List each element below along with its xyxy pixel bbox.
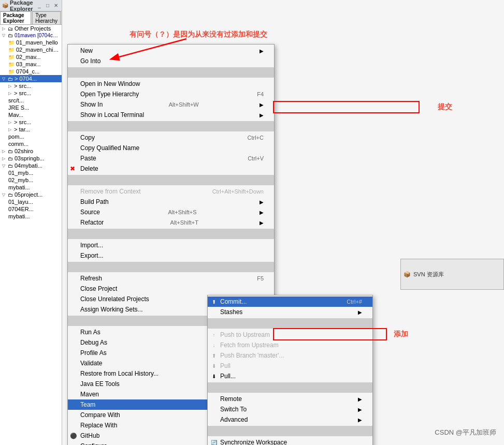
project05-icon: 🗀	[8, 192, 13, 198]
tree-item-01maven[interactable]: ▽ 🗀 01maven [0704carrent NO-HEAD]	[0, 32, 62, 39]
arrow-remote: ▶	[358, 396, 362, 402]
menu-label-new: New	[80, 47, 93, 54]
submenu-item-commit[interactable]: ⬆ Commit... Ctrl+#	[208, 296, 372, 307]
submenu-label-fetch-upstream: Fetch from Upstream	[220, 342, 279, 349]
menu-item-show-local-terminal[interactable]: Show in Local Terminal ▶	[68, 110, 274, 120]
tree-item-02mav[interactable]: 📁 02_mav...	[0, 53, 62, 61]
submenu-item-push-upstream[interactable]: ↑ Push to Upstream	[208, 330, 372, 340]
submenu-label-switch-to: Switch To	[220, 406, 247, 413]
svn-panel-icon: 📦	[404, 271, 411, 278]
menu-item-export[interactable]: Export...	[68, 250, 274, 261]
menu-item-paste[interactable]: Paste Ctrl+V	[68, 153, 274, 164]
tree-item-0704[interactable]: ▽ 🗀 > 0704...	[0, 75, 62, 82]
menu-item-remove-context[interactable]: Remove from Context Ctrl+Alt+Shift+Down	[68, 186, 274, 197]
submenu-item-pull-dots[interactable]: ⬇ Pull...	[208, 371, 372, 381]
menu-label-replace-with: Replace With	[80, 422, 117, 429]
menu-label-open-type: Open Type Hierarchy	[80, 91, 139, 98]
menu-item-delete[interactable]: ✖ Delete	[68, 164, 274, 174]
menu-item-refactor[interactable]: Refactor Alt+Shift+T ▶	[68, 217, 274, 228]
folder-icon-1: 📁	[8, 40, 15, 46]
tree-item-mav[interactable]: Mav...	[0, 111, 62, 118]
menu-item-open-type-hierarchy[interactable]: Open Type Hierarchy F4	[68, 89, 274, 99]
close-panel-btn[interactable]: ✕	[52, 2, 60, 9]
menu-label-show-in: Show In	[80, 101, 103, 108]
sync-icon: 🔄	[210, 438, 218, 445]
menu-label-restore-history: Restore from Local History...	[80, 370, 159, 377]
menu-item-copy-qualified[interactable]: Copy Qualified Name	[68, 143, 274, 153]
tab-type-hierarchy[interactable]: Type Hierarchy	[32, 11, 61, 24]
menu-item-close-project[interactable]: Close Project	[68, 284, 274, 294]
expand-05project: ▽	[2, 192, 6, 197]
fetch-upstream-icon: ↓	[210, 341, 218, 349]
label-01maven-hello: 01_maven_hello	[16, 39, 58, 46]
tree-item-03springb[interactable]: ▷ 🗀 03springb...	[0, 155, 62, 162]
expand-src2: ▷	[8, 91, 12, 96]
tree-item-03mav[interactable]: 📁 03_mav...	[0, 61, 62, 68]
minimize-btn[interactable]: _	[36, 2, 43, 9]
maximize-btn[interactable]: □	[44, 2, 51, 9]
tree-item-pom[interactable]: pom...	[0, 133, 62, 140]
tree-item-01maven-hello[interactable]: 📁 01_maven_hello	[0, 39, 62, 46]
shortcut-f4: F4	[257, 91, 264, 97]
menu-label-build-path: Build Path	[80, 198, 109, 205]
tree-item-0704er[interactable]: 0704ER...	[0, 205, 62, 213]
tree-item-commc[interactable]: comm...	[0, 140, 62, 147]
tree-item-src3[interactable]: ▷ > src...	[0, 118, 62, 126]
submenu-item-advanced[interactable]: Advanced ▶	[208, 414, 372, 425]
tree-item-src2[interactable]: ▷ > src...	[0, 90, 62, 97]
tree-item-mybati2[interactable]: mybati...	[0, 213, 62, 220]
arrow-new: ▶	[260, 48, 264, 54]
sep-4	[68, 229, 274, 239]
shortcut-commit: Ctrl+#	[347, 299, 362, 305]
menu-label-java-ee-tools: Java EE Tools	[80, 380, 120, 388]
menu-item-import[interactable]: Import...	[68, 240, 274, 250]
label-05project: 05project...	[15, 191, 42, 198]
menu-item-new[interactable]: New ▶	[68, 46, 274, 56]
menu-item-source[interactable]: Source Alt+Shift+S ▶	[68, 207, 274, 217]
tree-item-tar[interactable]: ▷ > tar...	[0, 126, 62, 133]
submenu-item-sync-workspace[interactable]: 🔄 Synchronize Workspace	[208, 437, 372, 445]
menu-item-refresh[interactable]: Refresh F5	[68, 273, 274, 284]
tree-item-jre[interactable]: JRE S...	[0, 104, 62, 111]
label-02shiro: 02shiro	[15, 148, 33, 154]
shortcut-refresh: F5	[257, 275, 264, 281]
submenu-item-remote[interactable]: Remote ▶	[208, 394, 372, 404]
submenu-item-stashes[interactable]: Stashes ▶	[208, 307, 372, 317]
arrow-source: ▶	[260, 210, 264, 215]
tree-item-01layu[interactable]: 01_layu...	[0, 198, 62, 205]
menu-label-delete: Delete	[80, 165, 98, 172]
menu-item-go-into[interactable]: Go Into	[68, 56, 274, 66]
tree-item-other-projects[interactable]: ▷ 🗂 Other Projects	[0, 25, 62, 32]
menu-item-build-path[interactable]: Build Path ▶	[68, 197, 274, 207]
menu-label-team: Team	[80, 401, 95, 408]
tree-item-src1[interactable]: ▷ > src...	[0, 82, 62, 90]
sep-3	[68, 175, 274, 185]
tree-item-srct[interactable]: src/t...	[0, 97, 62, 104]
tree-item-05project[interactable]: ▽ 🗀 05project...	[0, 191, 62, 198]
panel-header-buttons: _ □ ✕	[36, 2, 60, 9]
shortcut-remove: Ctrl+Alt+Shift+Down	[212, 188, 264, 195]
tree-item-02shiro[interactable]: ▷ 🗀 02shiro	[0, 147, 62, 155]
submenu-item-push-branch[interactable]: ⬆ Push Branch 'master'...	[208, 350, 372, 361]
csdn-watermark: CSDN @平凡加班师	[435, 428, 496, 437]
tab-package-explorer[interactable]: Package Explorer	[0, 11, 31, 24]
menu-item-show-in[interactable]: Show In Alt+Shift+W ▶	[68, 99, 274, 110]
arrow-build-path: ▶	[260, 199, 264, 205]
tree-item-0704c[interactable]: 📁 0704_c...	[0, 68, 62, 75]
tree-item-02myb[interactable]: 02_myb...	[0, 176, 62, 184]
submenu-item-fetch-upstream[interactable]: ↓ Fetch from Upstream	[208, 340, 372, 350]
menu-item-open-new-window[interactable]: Open in New Window	[68, 79, 274, 89]
menu-label-refactor: Refactor	[80, 219, 104, 226]
menu-item-copy[interactable]: Copy Ctrl+C	[68, 132, 274, 143]
tree-item-04mybati[interactable]: ▽ 🗀 04mybati...	[0, 162, 62, 169]
menu-label-import: Import...	[80, 242, 103, 249]
submenu-item-pull[interactable]: ⬇ Pull	[208, 361, 372, 371]
tree-item-01myb[interactable]: 01_myb...	[0, 169, 62, 176]
label-tar: > tar...	[14, 126, 30, 132]
shiro-icon: 🗀	[8, 149, 13, 154]
label-srct: src/t...	[8, 97, 24, 103]
tree-item-mybati[interactable]: mybati...	[0, 184, 62, 191]
submenu-item-switch-to[interactable]: Switch To ▶	[208, 404, 372, 414]
submenu-label-commit: Commit...	[220, 298, 247, 305]
tree-item-02maven-children[interactable]: 📁 02_maven_children	[0, 46, 62, 53]
